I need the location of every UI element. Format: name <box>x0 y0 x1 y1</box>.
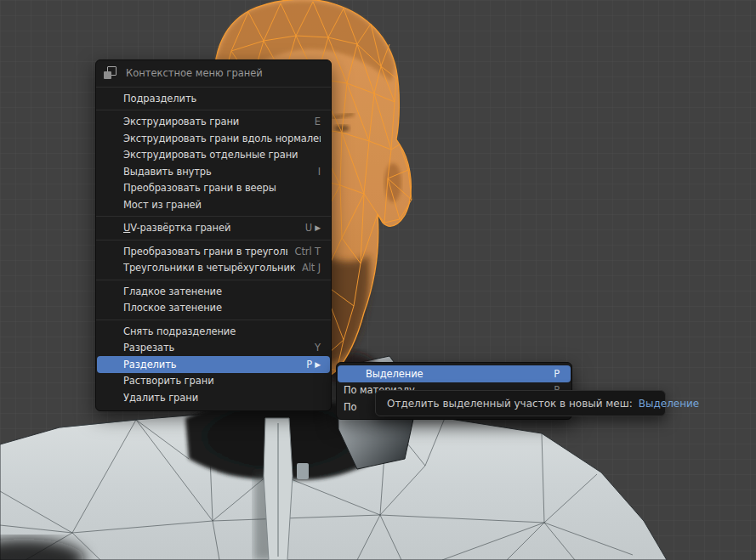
shortcut: E <box>315 116 321 127</box>
menu-separator <box>96 320 331 320</box>
menu-title: Контекстное меню граней <box>126 67 263 79</box>
face-context-menu: Контекстное меню граней Подразделить Экс… <box>95 59 332 411</box>
tooltip-value: Выделение <box>639 398 699 410</box>
menu-item-extrude-faces-along-normals[interactable]: Экструдировать грани вдоль нормалей <box>97 130 330 147</box>
shortcut: Y <box>315 342 321 354</box>
menu-item-shade-smooth[interactable]: Гладкое затенение <box>97 283 330 300</box>
menu-item-inset-faces[interactable]: Выдавить внутрь I <box>97 163 330 180</box>
menu-separator <box>96 240 331 240</box>
menu-separator <box>96 87 331 88</box>
tooltip-label: Отделить выделенный участок в новый меш: <box>387 398 633 410</box>
shortcut: Ctrl T <box>294 246 321 257</box>
submenu-arrow-icon: ▶ <box>315 360 321 369</box>
shortcut: U <box>305 222 312 234</box>
shortcut: Alt J <box>302 262 321 274</box>
face-select-icon <box>104 66 117 79</box>
menu-item-subdivide[interactable]: Подразделить <box>97 90 330 107</box>
shortcut: P <box>554 368 560 380</box>
submenu-arrow-icon: ▶ <box>315 223 321 232</box>
shortcut: I <box>318 166 321 178</box>
shortcut: P <box>306 359 312 371</box>
menu-item-extrude-faces[interactable]: Экструдировать грани E <box>97 114 330 131</box>
menu-separator <box>96 110 331 110</box>
menu-separator <box>96 280 331 280</box>
menu-item-tris-to-quads[interactable]: Треугольники в четырёхугольники Alt J <box>97 260 330 277</box>
menu-item-split[interactable]: Разрезать Y <box>97 340 330 357</box>
menu-item-shade-flat[interactable]: Плоское затенение <box>97 300 330 317</box>
menu-item-uv-unwrap-faces[interactable]: UV-развёртка граней U ▶ <box>97 220 330 237</box>
menu-item-dissolve-faces[interactable]: Растворить грани <box>97 373 330 390</box>
tooltip: Отделить выделенный участок в новый меш:… <box>375 390 666 416</box>
menu-item-bridge-faces[interactable]: Мост из граней <box>97 196 330 213</box>
menu-item-poke-faces[interactable]: Преобразовать грани в вееры <box>97 180 330 197</box>
menu-item-unsubdivide[interactable]: Снять подразделение <box>97 323 330 340</box>
menu-header: Контекстное меню граней <box>96 62 331 83</box>
blender-3d-viewport[interactable]: Контекстное меню граней Подразделить Экс… <box>0 0 756 560</box>
menu-item-extrude-individual-faces[interactable]: Экструдировать отдельные грани <box>97 147 330 164</box>
menu-separator <box>96 216 331 217</box>
menu-item-separate[interactable]: Разделить P ▶ <box>97 356 330 373</box>
zipper-slider <box>297 463 309 479</box>
menu-item-triangulate-faces[interactable]: Преобразовать грани в треугольники Ctrl … <box>97 243 330 260</box>
menu-item-delete-faces[interactable]: Удалить грани <box>97 389 330 406</box>
submenu-item-selection[interactable]: Выделение P <box>338 365 571 382</box>
